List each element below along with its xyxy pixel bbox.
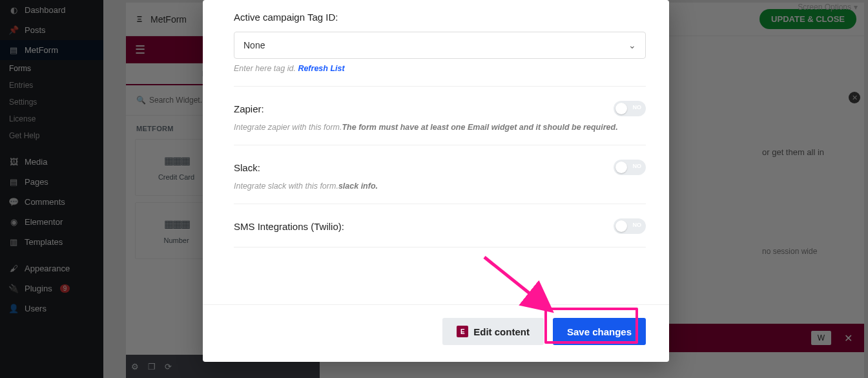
zapier-desc-pre: Integrate zapier with this form. bbox=[234, 123, 342, 132]
modal-footer: E Edit content Save changes bbox=[203, 304, 669, 362]
helper-text: Enter here tag id. bbox=[234, 64, 298, 73]
toggle-knob bbox=[615, 162, 627, 173]
zapier-title: Zapier: bbox=[234, 103, 264, 114]
slack-desc-pre: Integrate slack with this form. bbox=[234, 182, 338, 191]
zapier-desc-bold: The form must have at least one Email wi… bbox=[342, 123, 617, 132]
toggle-text: NO bbox=[633, 222, 642, 228]
slack-toggle[interactable]: NO bbox=[614, 160, 646, 175]
tag-id-label: Active campaign Tag ID: bbox=[234, 12, 646, 23]
divider bbox=[234, 86, 646, 87]
zapier-toggle[interactable]: NO bbox=[614, 101, 646, 116]
toggle-text: NO bbox=[633, 104, 642, 110]
form-settings-modal: Active campaign Tag ID: None ⌄ Enter her… bbox=[203, 0, 669, 362]
refresh-list-link[interactable]: Refresh List bbox=[298, 64, 344, 73]
slack-row: Slack: NO bbox=[234, 160, 646, 175]
save-changes-label: Save changes bbox=[567, 326, 632, 337]
sms-row: SMS Integrations (Twilio): NO bbox=[234, 218, 646, 234]
select-value: None bbox=[243, 40, 265, 50]
tag-id-select[interactable]: None ⌄ bbox=[234, 32, 646, 59]
divider bbox=[234, 247, 646, 247]
slack-desc-bold: slack info. bbox=[338, 182, 378, 191]
modal-body: Active campaign Tag ID: None ⌄ Enter her… bbox=[203, 0, 669, 304]
edit-content-label: Edit content bbox=[473, 326, 530, 337]
slack-desc: Integrate slack with this form.slack inf… bbox=[234, 182, 646, 191]
tag-helper: Enter here tag id. Refresh List bbox=[234, 64, 646, 73]
sms-title: SMS Integrations (Twilio): bbox=[234, 221, 344, 232]
edit-content-button[interactable]: E Edit content bbox=[442, 318, 544, 345]
toggle-knob bbox=[615, 220, 627, 232]
elementor-icon: E bbox=[457, 326, 468, 337]
divider bbox=[234, 145, 646, 145]
chevron-down-icon: ⌄ bbox=[628, 40, 636, 50]
zapier-desc: Integrate zapier with this form.The form… bbox=[234, 123, 646, 132]
save-changes-button[interactable]: Save changes bbox=[553, 318, 646, 345]
divider bbox=[234, 204, 646, 204]
toggle-knob bbox=[615, 103, 627, 114]
zapier-row: Zapier: NO bbox=[234, 101, 646, 116]
toggle-text: NO bbox=[633, 163, 642, 169]
slack-title: Slack: bbox=[234, 162, 260, 173]
sms-toggle[interactable]: NO bbox=[614, 218, 646, 234]
